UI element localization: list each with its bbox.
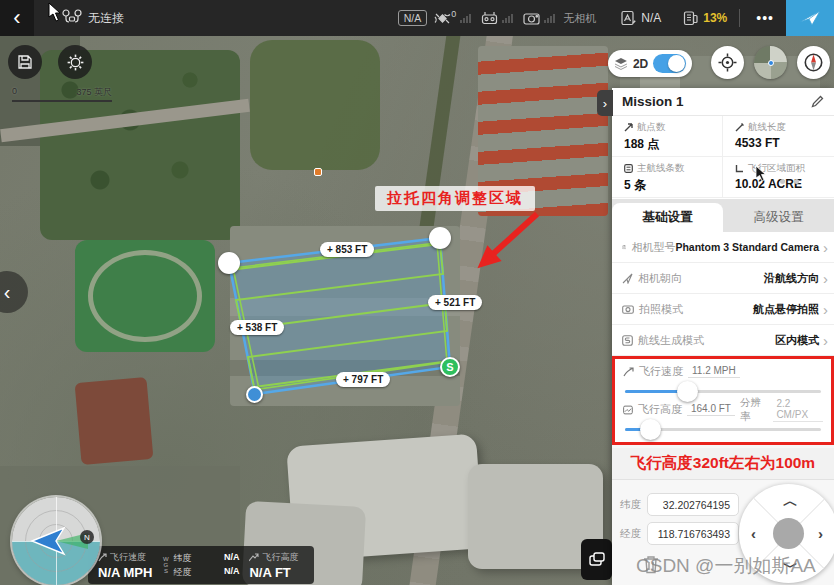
resolution-value: 2.2 CM/PX [773,398,823,422]
page-dot[interactable] [794,179,799,184]
telemetry-lat-label: 纬度 [173,552,191,565]
stat-waypoints: 航点数 188 点 [612,116,723,157]
stat-area: 飞行区域面积 10.02 ACRE [723,157,834,198]
signal-bars-icon [502,14,513,23]
corner-handle-top-right[interactable] [429,227,451,249]
wgs-label: WGS [162,556,169,574]
setting-camera-orientation[interactable]: 相机朝向 沿航线方向 › [612,263,834,294]
camera-status-icon [523,12,540,25]
latitude-value: 32.202764195 [663,499,730,511]
ellipsis-icon: ••• [756,10,774,26]
speed-icon [623,367,634,377]
edge-length-bottom: + 797 FT [336,372,390,387]
2d-toggle-pill[interactable]: 2D [608,50,692,77]
start-letter: S [446,361,453,373]
speed-icon [98,553,107,562]
altitude-note-banner: 飞行高度320ft左右为100m [612,448,834,480]
chevron-right-icon: › [603,96,607,111]
edit-pencil-icon[interactable] [811,95,824,108]
mission-planner-app: S + 853 FT + 521 FT + 538 FT + 797 FT 拉托… [0,0,834,585]
setting-route-mode[interactable]: 航线生成模式 区内模式 › [612,325,834,356]
mission-settings-button[interactable] [58,45,92,79]
signal-bars-icon [544,14,555,23]
nudge-right-button[interactable]: › [818,525,823,542]
dpad-center-knob[interactable] [773,518,804,549]
chevron-right-icon: › [823,332,828,349]
more-button[interactable]: ••• [744,10,786,26]
stat-value: 188 点 [624,136,722,153]
telemetry-gps: WGS 纬度N/A 经度N/A [162,552,239,579]
north-letter: N [84,533,90,542]
takeoff-button[interactable] [786,0,834,36]
route-mode-icon [622,335,633,346]
telemetry-speed: 飞行速度 N/A MPH [98,551,152,580]
map-scale-bar: 0375 英尺 [12,86,112,102]
speed-slider-thumb[interactable] [677,381,698,402]
settings-tabs: 基础设置 高级设置 [612,199,834,232]
altitude-slider[interactable] [625,428,821,431]
telemetry-lat-value: N/A [224,552,240,565]
setting-value: 航点悬停拍照 [753,302,819,317]
corner-handle-bottom-left[interactable] [246,386,263,403]
locate-me-button[interactable] [711,46,744,79]
layers-icon [614,57,628,70]
setting-value: 区内模式 [775,333,819,348]
route-length-icon [735,123,744,132]
signal-bars-icon [460,14,471,23]
edge-length-right: + 521 FT [428,295,482,310]
panel-page-dots[interactable] [780,179,799,184]
chevron-right-icon: › [823,270,828,287]
save-mission-button[interactable] [8,45,42,79]
speed-value[interactable]: 11.2 MPH [688,365,740,378]
setting-photo-mode[interactable]: 拍照模式 航点悬停拍照 › [612,294,834,325]
setting-camera-model[interactable]: 相机型号 Phantom 3 Standard Camera › [612,232,834,263]
tab-advanced-settings[interactable]: 高级设置 [723,203,834,232]
setting-label: 相机型号 [631,240,675,255]
stat-route-length: 航线长度 4533 FT [723,116,834,157]
mission-title: Mission 1 [622,94,811,109]
mission-stats: 航点数 188 点 航线长度 4533 FT 主航线条数 5 条 飞行区域面积 … [612,116,834,199]
telemetry-speed-label: 飞行速度 [110,551,146,564]
remote-controller-icon [481,11,498,25]
speed-slider[interactable] [625,390,821,393]
scale-line [12,100,112,102]
watermark: CSDN @一别如斯AA [636,553,816,579]
altitude-value[interactable]: 164.0 FT [687,403,735,416]
stat-mainlines: 主航线条数 5 条 [612,157,723,198]
flight-mode-board-icon [620,10,636,26]
back-button[interactable]: ‹ [0,0,34,36]
panel-collapse-button[interactable]: › [597,90,613,116]
start-point-marker[interactable]: S [440,357,460,377]
gps-mode-badge: N/A [398,10,428,26]
longitude-input[interactable]: 118.716763493 [647,522,739,545]
top-status-bar: ‹ 无连接 N/A 0 无相机 N/A 13% [0,0,834,36]
telemetry-bar: 飞行速度 N/A MPH WGS 纬度N/A 经度N/A 飞行高度 N/A FT [88,546,314,584]
tab-basic-settings[interactable]: 基础设置 [612,203,723,232]
nudge-up-button[interactable]: ︿ [783,492,798,511]
divider [739,9,740,27]
compass-reset-button[interactable] [797,46,830,79]
mouse-cursor-black [755,165,767,182]
stat-value: 4533 FT [735,136,834,150]
back-chevron-icon: ‹ [13,5,20,31]
altitude-icon [249,553,259,562]
camera-status-text: 无相机 [563,11,596,26]
mouse-cursor-white [48,2,62,22]
corner-handle-top-left[interactable] [218,252,240,274]
waypoint-icon [624,123,633,132]
flight-params-section: 飞行速度 11.2 MPH 飞行高度 164.0 FT 分辨率 2.2 CM/P… [612,356,834,445]
latitude-input[interactable]: 32.202764195 [647,493,739,516]
gear-icon [67,54,84,71]
map-annotation-label: 拉托四角调整区域 [375,186,535,211]
altitude-slider-thumb[interactable] [640,419,661,440]
north-badge: N [80,530,94,544]
nudge-left-button[interactable]: ‹ [751,525,756,542]
camera-icon [622,304,634,314]
connection-status: 无连接 [88,10,124,27]
scale-zero: 0 [12,86,17,99]
page-dot[interactable] [780,179,785,184]
map-type-button[interactable] [581,539,612,580]
longitude-value: 118.716763493 [658,528,730,540]
2d-toggle-switch[interactable] [653,54,686,73]
minimap-button[interactable] [754,46,787,79]
